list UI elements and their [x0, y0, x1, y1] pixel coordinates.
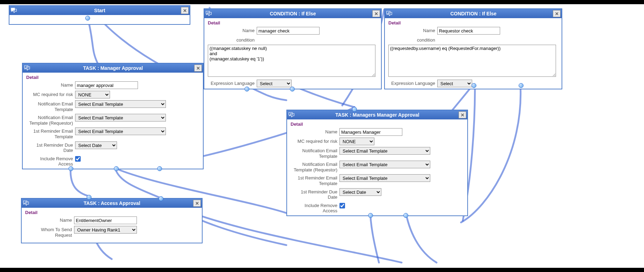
port[interactable]: [471, 83, 476, 88]
chat-icon: [204, 9, 213, 18]
textarea-condition[interactable]: ((requestedby.username) eq (RequestedFor…: [388, 45, 556, 77]
workflow-canvas[interactable]: Start ✕ CONDITION : If Else ✕ Detail Nam…: [0, 4, 644, 268]
input-name[interactable]: [75, 81, 138, 89]
close-icon[interactable]: ✕: [553, 10, 561, 17]
label-notification-template-requestor: Notification Email Template (Requestor): [291, 161, 339, 172]
node-task-access-approval[interactable]: TASK : Access Approval ✕ Detail Name Who…: [21, 198, 203, 243]
select-whom-to-send[interactable]: Owner Having Rank1: [74, 226, 137, 234]
detail-heading: Detail: [208, 20, 378, 25]
port[interactable]: [403, 213, 408, 218]
node-title: TASK : Access Approval: [31, 200, 193, 206]
port[interactable]: [368, 213, 373, 218]
chat-icon: [385, 9, 394, 18]
chat-icon: [9, 6, 19, 15]
select-mc-risk[interactable]: NONE: [339, 138, 374, 145]
label-mc-risk: MC required for risk: [291, 138, 339, 144]
close-icon[interactable]: ✕: [194, 65, 202, 72]
select-notification-template-requestor[interactable]: Select Email Template: [75, 114, 166, 122]
close-icon[interactable]: ✕: [372, 10, 380, 17]
checkbox-include-remove-access[interactable]: [339, 203, 345, 208]
label-name: Name: [25, 216, 74, 223]
close-icon[interactable]: ✕: [181, 7, 189, 14]
label-include-remove-access: Include Remove Access: [291, 202, 339, 214]
label-notification-template: Notification Email Template: [291, 147, 339, 159]
label-name: Name: [26, 81, 75, 88]
node-condition-manager-check[interactable]: CONDITION : If Else ✕ Detail Name condit…: [204, 8, 382, 89]
label-name: Name: [208, 27, 257, 34]
label-whom-to-send: Whom To Send Request: [25, 226, 74, 238]
port[interactable]: [290, 87, 295, 91]
port[interactable]: [352, 107, 357, 112]
select-expression-language[interactable]: Select: [437, 80, 472, 87]
label-notification-template: Notification Email Template: [26, 100, 75, 112]
port[interactable]: [87, 195, 92, 200]
label-name: Name: [388, 27, 437, 34]
input-name[interactable]: [74, 216, 137, 224]
label-expression-language: Expression Language: [388, 80, 437, 86]
chat-icon: [23, 64, 32, 73]
port[interactable]: [244, 87, 249, 91]
node-title: TASK : Manager Approval: [32, 65, 194, 71]
select-notification-template-requestor[interactable]: Select Email Template: [339, 161, 430, 168]
select-notification-template[interactable]: Select Email Template: [339, 147, 430, 155]
input-name[interactable]: [257, 27, 320, 35]
detail-heading: Detail: [26, 75, 199, 80]
input-name[interactable]: [437, 27, 500, 35]
label-reminder-template: 1st Reminder Email Template: [26, 127, 75, 139]
port[interactable]: [68, 166, 73, 171]
checkbox-include-remove-access[interactable]: [75, 156, 81, 162]
label-reminder-template: 1st Reminder Email Template: [291, 174, 339, 186]
label-include-remove-access: Include Remove Access: [26, 155, 75, 167]
port[interactable]: [114, 166, 119, 171]
node-title: CONDITION : If Else: [213, 11, 372, 16]
label-condition: condition: [208, 36, 257, 43]
select-expression-language[interactable]: Select: [257, 80, 292, 87]
node-condition-requestor-check[interactable]: CONDITION : If Else ✕ Detail Name condit…: [384, 8, 562, 89]
port[interactable]: [85, 16, 90, 21]
close-icon[interactable]: ✕: [459, 111, 466, 118]
label-reminder-due-date: 1st Reminder Due Date: [26, 141, 75, 153]
label-reminder-due-date: 1st Reminder Due Date: [291, 188, 339, 200]
port[interactable]: [159, 196, 163, 201]
select-reminder-template[interactable]: Select Email Template: [75, 127, 166, 135]
label-condition: condition: [388, 36, 437, 43]
chat-icon: [22, 199, 31, 208]
node-task-managers-manager-approval[interactable]: TASK : Managers Manager Approval ✕ Detai…: [286, 110, 468, 216]
node-title: CONDITION : If Else: [394, 11, 553, 16]
select-reminder-template[interactable]: Select Email Template: [339, 174, 430, 182]
textarea-condition[interactable]: ((manager.statuskey ne null) and (manage…: [208, 45, 375, 77]
label-mc-risk: MC required for risk: [26, 91, 75, 97]
detail-heading: Detail: [388, 20, 558, 25]
letterbox-bottom: [0, 268, 644, 272]
node-task-manager-approval[interactable]: TASK : Manager Approval ✕ Detail Name MC…: [22, 63, 204, 169]
label-expression-language: Expression Language: [208, 80, 257, 86]
chat-icon: [287, 110, 296, 119]
port[interactable]: [519, 83, 524, 88]
close-icon[interactable]: ✕: [193, 200, 201, 207]
select-notification-template[interactable]: Select Email Template: [75, 100, 166, 108]
select-reminder-due-date[interactable]: Select Date: [75, 141, 117, 149]
node-start[interactable]: Start ✕: [9, 5, 190, 25]
label-name: Name: [291, 128, 339, 135]
node-title: TASK : Managers Manager Approval: [296, 112, 459, 118]
input-name[interactable]: [339, 128, 402, 136]
letterbox-top: [0, 0, 644, 4]
label-notification-template-requestor: Notification Email Template (Requestor): [26, 114, 75, 126]
detail-heading: Detail: [25, 210, 198, 215]
select-reminder-due-date[interactable]: Select Date: [339, 188, 381, 196]
select-mc-risk[interactable]: NONE: [75, 91, 110, 98]
port[interactable]: [157, 166, 162, 171]
detail-heading: Detail: [291, 122, 464, 127]
node-title: Start: [19, 8, 181, 13]
